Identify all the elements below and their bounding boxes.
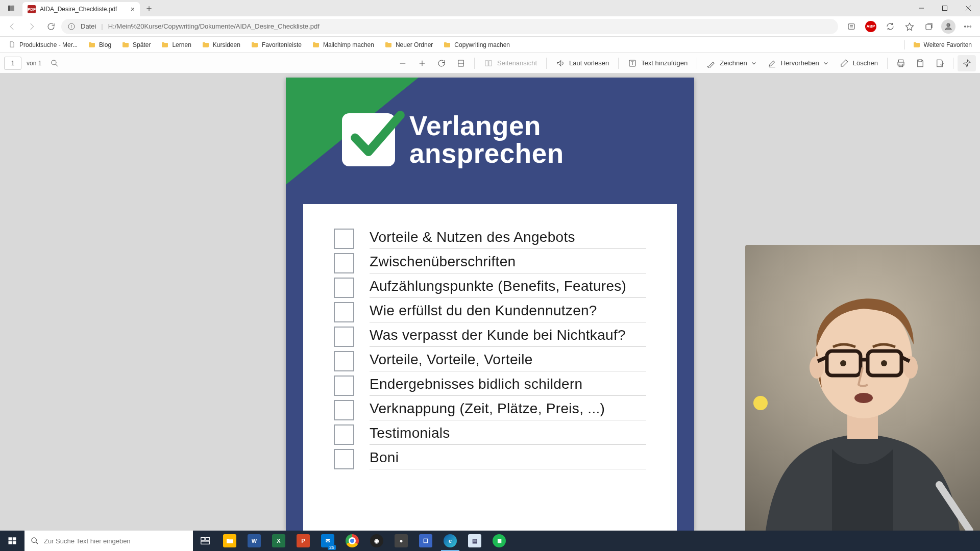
tab-actions-icon[interactable] — [0, 0, 22, 16]
bookmark-item[interactable]: Favoritenleiste — [247, 39, 306, 51]
svg-point-18 — [52, 60, 56, 65]
extension-abp-icon[interactable]: ABP — [862, 18, 880, 35]
checkbox-icon — [334, 302, 354, 322]
svg-point-15 — [965, 26, 966, 27]
fit-page-icon[interactable] — [452, 55, 470, 71]
taskbar-search[interactable]: Zur Suche Text hier eingeben — [24, 531, 193, 551]
checklist-item: Aufzählungspunkte (Benefits, Features) — [334, 278, 646, 298]
start-button[interactable] — [0, 531, 24, 551]
bookmark-item[interactable]: Produktsuche - Mer... — [4, 39, 82, 51]
checklist-item: Was verpasst der Kunde bei Nichtkauf? — [334, 327, 646, 347]
page-icon — [8, 41, 16, 49]
profile-avatar[interactable] — [939, 18, 958, 35]
taskbar-app-generic-1[interactable]: ● — [389, 531, 413, 551]
bookmarks-overflow[interactable]: Weitere Favoriten — [909, 39, 976, 51]
find-icon[interactable] — [45, 55, 64, 71]
page-number-input[interactable] — [4, 57, 21, 70]
taskbar-app-powerpoint[interactable]: P — [291, 531, 315, 551]
browser-tab[interactable]: PDF AIDA_Desire_Checkliste.pdf × — [22, 2, 140, 16]
favorites-icon[interactable] — [900, 18, 919, 35]
folder-icon — [443, 41, 451, 49]
print-icon[interactable] — [892, 55, 910, 71]
tab-title: AIDA_Desire_Checkliste.pdf — [40, 6, 127, 13]
nav-forward-button[interactable] — [22, 18, 41, 35]
collections-icon[interactable] — [920, 18, 938, 35]
window-maximize-button[interactable] — [933, 0, 957, 16]
checklist-item: Endergebnisses bidlich schildern — [334, 375, 646, 396]
taskbar-app-mail[interactable]: ✉25 — [315, 531, 340, 551]
bookmark-item[interactable]: Später — [117, 39, 155, 51]
checklist-item-label: Endergebnisses bidlich schildern — [370, 376, 646, 392]
window-minimize-button[interactable] — [910, 0, 933, 16]
folder-icon — [202, 41, 210, 49]
taskbar-app-edge[interactable]: e — [438, 531, 462, 551]
taskbar-app-notepad[interactable]: ▤ — [462, 531, 487, 551]
bookmark-label: Blog — [99, 41, 111, 48]
save-as-icon[interactable] — [930, 55, 949, 71]
page-view-button[interactable]: Seitenansicht — [479, 55, 542, 71]
svg-rect-3 — [943, 6, 947, 11]
svg-rect-25 — [485, 60, 488, 66]
nav-reload-button[interactable] — [42, 18, 60, 35]
taskbar-app-spotify[interactable]: ≣ — [487, 531, 511, 551]
bookmark-item[interactable]: Lernen — [157, 39, 195, 51]
taskbar-app-generic-2[interactable]: ☐ — [413, 531, 438, 551]
extension-sync-icon[interactable] — [881, 18, 899, 35]
bookmark-label: Produktsuche - Mer... — [19, 41, 78, 48]
taskbar-app-chrome[interactable] — [340, 531, 364, 551]
checklist-item: Boni — [334, 449, 646, 469]
checklist-item: Vorteile & Nutzen des Angebots — [334, 229, 646, 249]
bookmark-item[interactable]: Copywriting machen — [439, 39, 514, 51]
svg-point-52 — [32, 538, 36, 542]
svg-point-14 — [947, 23, 950, 27]
taskbar-app-obs[interactable]: ◉ — [364, 531, 389, 551]
checklist-item-label: Wie erfüllst du den Kundennutzen? — [370, 303, 646, 319]
checklist-item-label: Boni — [370, 449, 646, 466]
checkbox-icon — [334, 351, 354, 371]
tab-close-icon[interactable]: × — [131, 5, 135, 13]
svg-rect-34 — [919, 60, 922, 62]
read-view-icon[interactable] — [842, 18, 861, 35]
svg-rect-54 — [201, 538, 205, 541]
svg-rect-1 — [11, 6, 14, 11]
svg-point-45 — [881, 360, 887, 366]
svg-rect-55 — [206, 538, 209, 541]
taskbar-app-excel[interactable]: X — [266, 531, 291, 551]
zoom-in-icon[interactable] — [413, 55, 431, 71]
svg-point-47 — [753, 396, 768, 410]
add-text-button[interactable]: Text hinzufügen — [623, 55, 693, 71]
pdf-toolbar: von 1 Seitenansicht Laut vorlesen Text h… — [0, 53, 980, 73]
pin-toolbar-icon[interactable] — [958, 55, 976, 71]
overflow-menu-icon[interactable] — [959, 18, 977, 35]
bookmark-label: Später — [133, 41, 151, 48]
highlight-button[interactable]: Hervorheben — [763, 55, 834, 71]
svg-rect-0 — [8, 6, 11, 11]
address-bar: Datei | H:/Mein%20Kurse/Copywriting/Doku… — [0, 16, 980, 37]
checkbox-icon — [334, 229, 354, 249]
checklist-item: Vorteile, Vorteile, Vorteile — [334, 351, 646, 371]
task-view-icon[interactable] — [193, 531, 217, 551]
new-tab-button[interactable]: ＋ — [140, 0, 158, 16]
bookmark-item[interactable]: Neuer Ordner — [380, 39, 437, 51]
checklist-sheet: Vorteile & Nutzen des AngebotsZwischenüb… — [303, 204, 677, 531]
url-field[interactable]: Datei | H:/Mein%20Kurse/Copywriting/Doku… — [61, 19, 838, 34]
nav-back-button[interactable] — [3, 18, 21, 35]
rotate-icon[interactable] — [432, 55, 451, 71]
taskbar-app-explorer[interactable] — [217, 531, 242, 551]
erase-button[interactable]: Löschen — [835, 55, 883, 71]
svg-point-46 — [854, 393, 873, 403]
read-aloud-button[interactable]: Laut vorlesen — [551, 55, 614, 71]
url-path: H:/Mein%20Kurse/Copywriting/Dokumente/AI… — [108, 22, 320, 30]
draw-button[interactable]: Zeichnen — [701, 55, 761, 71]
bookmark-item[interactable]: Blog — [84, 39, 115, 51]
save-icon[interactable] — [911, 55, 929, 71]
add-text-label: Text hinzufügen — [641, 59, 688, 67]
bookmark-item[interactable]: Kursideen — [198, 39, 244, 51]
taskbar-app-word[interactable]: W — [242, 531, 266, 551]
svg-rect-50 — [9, 541, 12, 544]
bookmark-label: Lernen — [172, 41, 191, 48]
bookmark-item[interactable]: Mailchimp machen — [308, 39, 378, 51]
folder-icon — [161, 41, 169, 49]
zoom-out-icon[interactable] — [394, 55, 412, 71]
window-close-button[interactable] — [957, 0, 980, 16]
